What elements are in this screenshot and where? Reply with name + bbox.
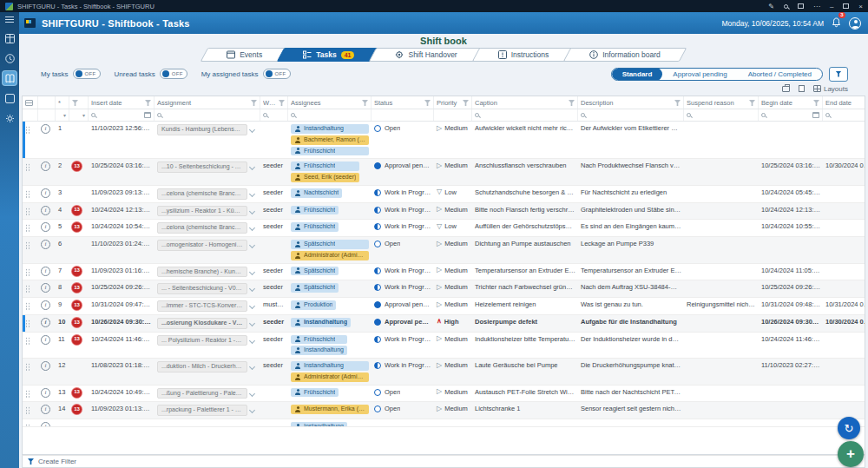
table-row[interactable]: i 3 11/09/2023 09:13:54 am ...celona (ch…: [23, 186, 865, 203]
assignment-cell[interactable]: ...celona (chemische Branche) - Polysili…: [155, 220, 260, 236]
export-button[interactable]: [799, 85, 805, 92]
chevron-down-icon[interactable]: [249, 407, 255, 413]
tab-instructions[interactable]: Instructions: [479, 47, 568, 63]
funnel-icon[interactable]: [569, 100, 575, 106]
calendar-icon[interactable]: [144, 112, 151, 118]
tab-shift-handover[interactable]: Shift Handover: [376, 47, 476, 63]
filter-insert-date[interactable]: [89, 109, 155, 121]
my-assigned-tasks-switch[interactable]: OFF: [263, 69, 291, 79]
tab-events[interactable]: Events: [207, 47, 281, 63]
table-row[interactable]: i 4 13 10/24/2024 12:13:57 pm ...ysilizi…: [23, 203, 865, 221]
funnel-icon[interactable]: [72, 100, 78, 106]
col-end-date[interactable]: End date: [823, 96, 865, 109]
assignment-cell[interactable]: ...ßung - Palettierung - Palettierungsro…: [155, 386, 260, 402]
drag-handle[interactable]: [23, 386, 38, 402]
chevron-down-icon[interactable]: [249, 320, 255, 326]
funnel-icon[interactable]: [813, 100, 819, 106]
drag-handle[interactable]: [23, 220, 38, 236]
filter-suspend-reason[interactable]: [684, 109, 759, 121]
table-row[interactable]: i 7 13 11/09/2023 01:16:26 pm ...hemisch…: [23, 264, 865, 281]
table-row[interactable]: i 2 13 10/25/2024 03:16:43 pm ...10 - Se…: [23, 159, 865, 186]
table-row[interactable]: i 1 11/10/2023 12:56:22 pm Kundis - Hamb…: [23, 122, 865, 159]
table-row[interactable]: i 11 13 10/24/2024 11:46:39 am ... Polys…: [23, 333, 865, 359]
segment-aborted-completed[interactable]: Aborted / Completed: [738, 68, 822, 81]
col-insert-date[interactable]: Insert date: [89, 96, 155, 109]
assignment-cell[interactable]: ...duktion - Milch - Druckerhöhungspumpe: [155, 359, 260, 385]
refresh-button[interactable]: ↻: [838, 417, 860, 439]
col-suspend-reason[interactable]: Suspend reason: [684, 96, 759, 109]
assignment-cell[interactable]: ...10 - Seitenbeschickung - Anschlussfla…: [155, 159, 260, 185]
col-status[interactable]: Status: [372, 96, 434, 109]
filter-priority[interactable]: [434, 109, 472, 121]
assignment-cell[interactable]: ... Polysilizium - Reaktor 1 - Reaktorka…: [155, 333, 260, 359]
sidebar-item-forms[interactable]: [3, 91, 16, 105]
row-info[interactable]: i: [38, 186, 56, 202]
chevron-down-icon[interactable]: [249, 390, 255, 396]
filter-assignment[interactable]: [155, 109, 260, 121]
table-row[interactable]: i 13 13 10/24/2024 10:49:23 am ...ßung -…: [23, 386, 865, 403]
sidebar-item-history[interactable]: [3, 51, 16, 65]
maximize-button[interactable]: [843, 3, 849, 9]
filter-workgroup[interactable]: [260, 109, 288, 121]
notifications-button[interactable]: 3: [832, 16, 841, 31]
assignment-cell[interactable]: ...ysilizium - Reaktor 1 - Kühlwassersys…: [155, 203, 260, 220]
create-filter-button[interactable]: Create Filter: [22, 455, 865, 468]
add-task-button[interactable]: +: [838, 441, 864, 467]
col-caption[interactable]: Caption: [472, 96, 578, 109]
assignment-cell[interactable]: [155, 419, 260, 427]
funnel-icon[interactable]: [251, 100, 257, 106]
drag-handle[interactable]: [23, 159, 38, 185]
row-info[interactable]: i: [38, 159, 56, 185]
tab-information-board[interactable]: Information board: [570, 47, 680, 63]
num-column-header[interactable]: *: [56, 96, 69, 109]
filter-status[interactable]: [372, 109, 434, 121]
chevron-down-icon[interactable]: [249, 127, 255, 133]
assignment-cell[interactable]: ...rpackung - Palettierer 1 - Lichtschra…: [155, 402, 260, 419]
row-info[interactable]: i: [38, 203, 56, 220]
drag-handle[interactable]: [23, 359, 38, 385]
row-info[interactable]: i: [38, 333, 56, 359]
unread-tasks-switch[interactable]: OFF: [160, 69, 187, 79]
minimize-button[interactable]: –: [830, 3, 833, 10]
sidebar-item-shiftbook[interactable]: [3, 71, 16, 85]
funnel-icon[interactable]: [463, 100, 469, 106]
drag-handle[interactable]: [23, 298, 38, 314]
more-icon[interactable]: ⋯: [813, 3, 820, 10]
row-info[interactable]: i: [38, 315, 56, 332]
row-info[interactable]: i: [38, 220, 56, 236]
table-row[interactable]: i 9 13 10/31/2024 09:47:44 am ...immer -…: [23, 298, 865, 315]
filter-description[interactable]: [578, 109, 684, 121]
segment-standard[interactable]: Standard: [612, 68, 663, 81]
col-workgroup[interactable]: Wor...: [260, 96, 288, 109]
widgets-icon[interactable]: [798, 3, 804, 9]
row-info[interactable]: i: [38, 386, 56, 402]
filter-button[interactable]: [829, 67, 848, 82]
chevron-down-icon[interactable]: [249, 364, 255, 370]
filter-badge[interactable]: ▾: [69, 109, 89, 121]
chevron-down-icon[interactable]: [249, 303, 255, 309]
chevron-down-icon[interactable]: [249, 208, 255, 214]
table-row[interactable]: i 6 11/10/2023 01:24:44 pm ...omogenisat…: [23, 237, 865, 264]
drag-handle[interactable]: [23, 402, 38, 419]
funnel-icon[interactable]: [674, 100, 681, 106]
my-tasks-switch[interactable]: OFF: [73, 69, 101, 79]
drag-handle[interactable]: [23, 280, 38, 297]
row-info[interactable]: i: [38, 264, 56, 280]
user-avatar[interactable]: [849, 17, 861, 30]
filter-end-date[interactable]: [823, 109, 865, 121]
assignment-cell[interactable]: Kundis - Hamburg (Lebensmittel Branche): [155, 122, 260, 158]
chevron-down-icon[interactable]: [249, 268, 255, 274]
funnel-icon[interactable]: [145, 100, 151, 106]
menu-icon[interactable]: [5, 16, 14, 23]
sidebar-item-dashboard[interactable]: [3, 31, 16, 45]
assignment-cell[interactable]: ...immer - STC-TCS-Konverter - Heizeleme…: [155, 298, 260, 314]
drag-handle[interactable]: [23, 264, 38, 280]
col-assignees[interactable]: Assignees: [288, 96, 372, 109]
chevron-down-icon[interactable]: [249, 286, 255, 292]
assignment-cell[interactable]: ...osierung Klosdukare - V0100/T010/EE31…: [155, 315, 260, 332]
table-row[interactable]: i 10 13 10/26/2024 09:30:52 am ...osieru…: [23, 315, 865, 333]
assignment-cell[interactable]: ...hemische Branche) - Kunststoffprodukt…: [155, 264, 260, 280]
table-row[interactable]: i Instandhaltung: [23, 419, 865, 427]
funnel-icon[interactable]: [279, 100, 285, 106]
assignment-cell[interactable]: ...celona (chemische Branche) - Verpacku…: [155, 186, 260, 202]
